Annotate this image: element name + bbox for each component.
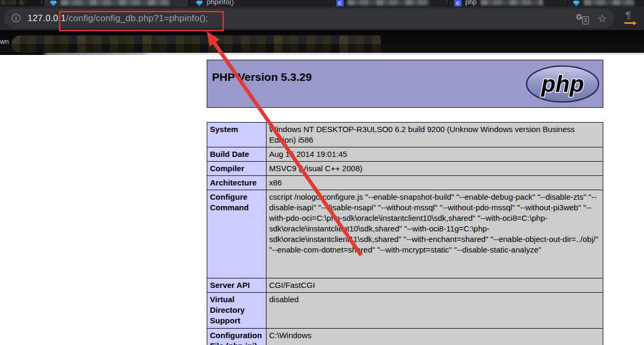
row-value: C:\Windows (269, 330, 600, 345)
redacted-tab-title (61, 0, 169, 5)
table-row: Compiler MSVC9 (Visual C++ 2008) (207, 162, 603, 176)
bookmark-label-fragment[interactable]: wn (0, 38, 9, 45)
redacted-tab-title (481, 0, 543, 5)
tab-title: phpinfo() (207, 0, 234, 6)
orange-arrow-head (633, 21, 637, 25)
tab-strip: phpinfo() C C php (0, 0, 644, 6)
address-bar[interactable]: ⓘ 127.0.0.1/config/config_db.php?1=phpin… (4, 8, 614, 28)
phpinfo-page: PHP Version 5.3.29 php System Windows NT… (0, 55, 644, 345)
redacted-bookmarks[interactable] (12, 35, 381, 53)
table-row: System Windows NT DESKTOP-R3ULSO0 6.2 bu… (207, 123, 603, 147)
phpinfo-header: PHP Version 5.3.29 php (207, 60, 603, 108)
tab-separator (329, 0, 329, 5)
url-host: 127.0.0.1 (27, 13, 66, 23)
php-logo: php (526, 65, 600, 103)
redacted-tab-title (584, 0, 634, 5)
row-label: Configure Command (210, 192, 263, 276)
row-label: Architecture (210, 178, 263, 188)
table-row: Architecture x86 (207, 176, 603, 190)
row-label: Build Date (210, 149, 263, 160)
tab-separator (565, 0, 566, 5)
row-value: MSVC9 (Visual C++ 2008) (269, 163, 600, 174)
browser-toolbar: ⓘ 127.0.0.1/config/config_db.php?1=phpin… (0, 6, 644, 30)
row-value: CGI/FastCGI (269, 280, 600, 291)
csdn-favicon: C (454, 0, 462, 6)
cropped-corner-icon (1, 0, 16, 5)
tab-5[interactable] (567, 0, 644, 6)
cropped-corner-icon (19, 0, 26, 5)
table-row: Build Date Aug 15 2014 19:01:45 (207, 147, 603, 162)
blue-diamond-favicon (573, 0, 580, 6)
row-value: Aug 15 2014 19:01:45 (269, 149, 600, 160)
tab-1-active[interactable] (44, 0, 188, 6)
tab-3[interactable]: C (331, 0, 446, 6)
tab-separator (447, 0, 447, 5)
pilcrow-icon: ¶ (625, 10, 631, 21)
tab-2-phpinfo[interactable]: phpinfo() (190, 0, 328, 6)
tab-4[interactable]: C php (449, 0, 564, 6)
url-text[interactable]: 127.0.0.1/config/config_db.php?1=phpinfo… (27, 13, 208, 24)
tab-separator (41, 0, 42, 5)
bookmarks-bar: wn (0, 30, 644, 55)
row-value: x86 (269, 178, 600, 188)
row-value: Windows NT DESKTOP-R3ULSO0 6.2 build 920… (269, 124, 600, 145)
page-info-icon[interactable]: ⓘ (12, 14, 21, 23)
row-label: Configuration File (php.ini) Path (210, 330, 263, 345)
table-row: Configuration File (php.ini) Path C:\Win… (207, 329, 603, 345)
table-row: Server API CGI/FastCGI (207, 278, 603, 293)
browser-window: phpinfo() C C php ⓘ 127.0.0.1/config/con… (0, 0, 644, 345)
php-logo-text: php (541, 71, 584, 97)
blue-diamond-favicon (196, 0, 203, 6)
bookmark-star-icon[interactable]: ☆ (597, 13, 607, 24)
table-row: Configure Command cscript /nologo config… (207, 190, 603, 278)
table-row: Virtual Directory Support disabled (207, 293, 603, 329)
phpinfo-table: System Windows NT DESKTOP-R3ULSO0 6.2 bu… (207, 122, 603, 345)
row-label: Compiler (210, 163, 263, 174)
url-path: /config/config_db.php?1=phpinfo(); (66, 13, 208, 23)
row-label: System (210, 124, 263, 145)
redacted-tab-title (347, 0, 429, 5)
row-label: Server API (210, 280, 263, 291)
row-label: Virtual Directory Support (210, 294, 263, 327)
translate-extension-icon[interactable]: ¶ (624, 11, 637, 25)
orange-arrow-bar (624, 22, 633, 24)
google-translate-icon[interactable]: G 文 (576, 13, 589, 24)
page-title: PHP Version 5.3.29 (212, 71, 312, 83)
row-value: cscript /nologo configure.js "--enable-s… (269, 192, 600, 276)
tab-title-fragment: php (465, 0, 477, 6)
csdn-favicon: C (336, 0, 344, 6)
row-value: disabled (269, 294, 600, 327)
blue-diamond-favicon (50, 0, 57, 6)
